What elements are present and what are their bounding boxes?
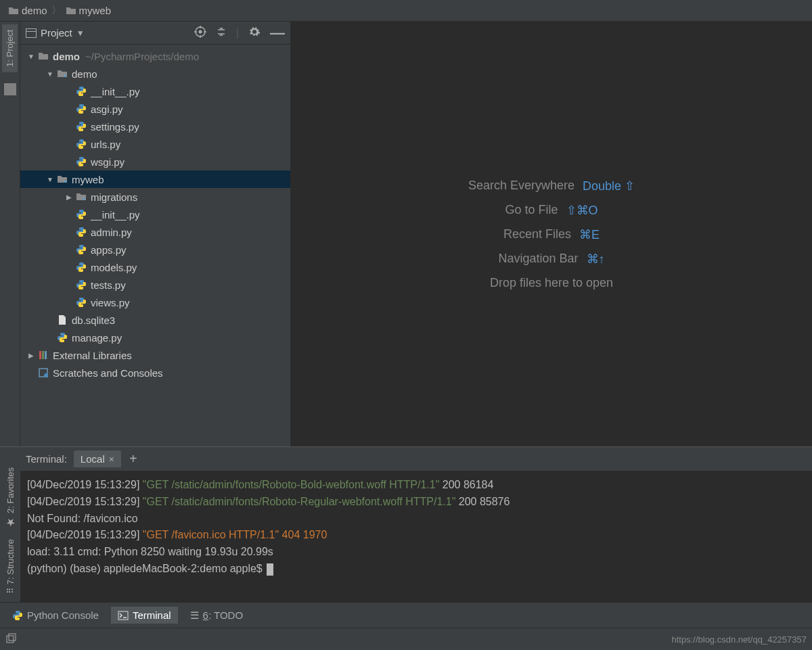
tree-label: demo [72, 68, 97, 80]
py-icon [74, 279, 88, 290]
tree-row[interactable]: ▶migrations [20, 188, 290, 206]
collapse-icon[interactable] [216, 26, 227, 40]
folder-pkg-icon [55, 174, 69, 185]
tree-row[interactable]: ▶Scratches and Consoles [20, 364, 290, 381]
file-icon [55, 315, 69, 325]
tool-python-console[interactable]: Python Console [5, 607, 106, 624]
sidebar-tab-structure[interactable]: ⠿ 7: Structure [3, 534, 18, 599]
py-icon [74, 209, 88, 220]
chevron-down-icon[interactable]: ▼ [45, 70, 55, 78]
hide-icon[interactable]: — [270, 24, 285, 42]
project-panel: Project ▼ | — ▼demo~/PycharmProjects/dem… [20, 22, 291, 446]
svg-point-7 [64, 180, 66, 183]
tree-row[interactable]: ▶models.py [20, 258, 290, 276]
chevron-right-icon[interactable]: ▶ [26, 352, 37, 359]
tree-label: __init__.py [91, 209, 140, 220]
terminal-icon [118, 610, 129, 621]
tree-label: myweb [72, 174, 104, 185]
svg-rect-9 [39, 351, 41, 359]
chevron-right-icon[interactable]: ▶ [64, 193, 74, 201]
close-icon[interactable]: × [109, 454, 114, 465]
tree-row[interactable]: ▶urls.py [20, 135, 290, 153]
tree-row[interactable]: ▶admin.py [20, 223, 290, 241]
window-restore-icon[interactable] [5, 633, 16, 646]
chevron-down-icon[interactable]: ▼ [26, 53, 37, 60]
tree-row[interactable]: ▶__init__.py [20, 83, 290, 100]
tree-path: ~/PycharmProjects/demo [85, 51, 199, 62]
tree-row[interactable]: ▶settings.py [20, 118, 290, 135]
terminal-tabs: Terminal: Local × + [20, 447, 812, 471]
py-icon [55, 332, 69, 343]
sidebar-tab-project[interactable]: 1: Project [2, 24, 18, 72]
tool-window-bar: Python Console Terminal ☰ 6: TODO [0, 602, 812, 628]
tree-label: admin.py [91, 227, 132, 238]
gear-icon[interactable] [248, 26, 261, 41]
tree-row[interactable]: ▶db.sqlite3 [20, 311, 290, 329]
tree-row[interactable]: ▼demo~/PycharmProjects/demo [20, 47, 290, 65]
project-tree[interactable]: ▼demo~/PycharmProjects/demo▼demo▶__init_… [20, 45, 290, 446]
project-panel-title: Project [41, 27, 72, 39]
watermark-text: https://blog.csdn.net/qq_42257357 [672, 634, 807, 645]
tree-row[interactable]: ▼myweb [20, 170, 290, 188]
tree-label: manage.py [72, 332, 122, 344]
py-icon [74, 262, 88, 273]
svg-rect-16 [9, 634, 16, 641]
tree-row[interactable]: ▶__init__.py [20, 206, 290, 223]
tool-todo[interactable]: ☰ 6: TODO [183, 607, 250, 624]
list-icon: ☰ [190, 609, 199, 622]
tree-row[interactable]: ▶views.py [20, 294, 290, 311]
chevron-down-icon[interactable]: ▼ [76, 28, 85, 38]
tree-label: db.sqlite3 [72, 315, 115, 326]
terminal-line: [04/Dec/2019 15:13:29] "GET /favicon.ico… [27, 527, 805, 544]
window-icon [26, 28, 37, 38]
tree-row[interactable]: ▶wsgi.py [20, 153, 290, 170]
terminal-line: (python) (base) appledeMacBook-2:demo ap… [27, 561, 805, 578]
py-icon [74, 297, 88, 308]
tree-label: tests.py [91, 279, 126, 291]
terminal-tab-local[interactable]: Local × [74, 450, 121, 467]
breadcrumb-item-1[interactable]: myweb [63, 5, 114, 16]
tree-row[interactable]: ▶manage.py [20, 329, 290, 346]
terminal-line: [04/Dec/2019 15:13:29] "GET /static/admi… [27, 494, 805, 511]
sidebar-placeholder-icon[interactable] [4, 83, 16, 95]
tree-label: models.py [91, 262, 137, 273]
py-icon [74, 86, 88, 97]
py-icon [74, 139, 88, 149]
terminal-line: Not Found: /favicon.ico [27, 511, 805, 528]
py-icon [74, 121, 88, 132]
breadcrumb-label: demo [22, 5, 47, 16]
svg-point-6 [64, 74, 66, 77]
tree-row[interactable]: ▶tests.py [20, 276, 290, 294]
sidebar-tab-favorites[interactable]: ★ 2: Favorites [1, 462, 20, 534]
svg-rect-14 [118, 611, 128, 620]
svg-rect-10 [42, 351, 44, 359]
left-sidebar: 1: Project [0, 22, 20, 446]
tree-row[interactable]: ▼demo [20, 65, 290, 83]
chevron-down-icon[interactable]: ▼ [45, 176, 55, 183]
terminal-output[interactable]: [04/Dec/2019 15:13:29] "GET /static/admi… [20, 471, 812, 602]
target-icon[interactable] [194, 26, 206, 41]
py-icon [74, 156, 88, 167]
tree-label: demo [53, 51, 80, 62]
main-area: 1: Project Project ▼ | [0, 22, 812, 446]
svg-point-8 [83, 198, 85, 200]
hint-recent-files: Recent Files ⌘E [503, 227, 600, 242]
star-icon: ★ [5, 515, 16, 528]
breadcrumb-label: myweb [79, 5, 112, 16]
tree-row[interactable]: ▶asgi.py [20, 100, 290, 118]
terminal-panel: ★ 2: Favorites ⠿ 7: Structure Terminal: … [0, 446, 812, 602]
add-tab-button[interactable]: + [122, 451, 144, 467]
folder-icon [66, 5, 76, 16]
tree-label: urls.py [91, 139, 120, 150]
tree-label: wsgi.py [91, 156, 125, 168]
hint-go-to-file: Go to File ⇧⌘O [505, 203, 597, 218]
tree-row[interactable]: ▶apps.py [20, 241, 290, 258]
py-icon [74, 103, 88, 114]
lib-icon [37, 350, 50, 361]
tool-terminal[interactable]: Terminal [111, 607, 178, 624]
tree-row[interactable]: ▶External Libraries [20, 346, 290, 364]
breadcrumb-item-0[interactable]: demo [5, 5, 50, 16]
svg-point-1 [198, 30, 202, 33]
hint-drop-files: Drop files here to open [490, 276, 613, 290]
python-icon [12, 610, 23, 621]
